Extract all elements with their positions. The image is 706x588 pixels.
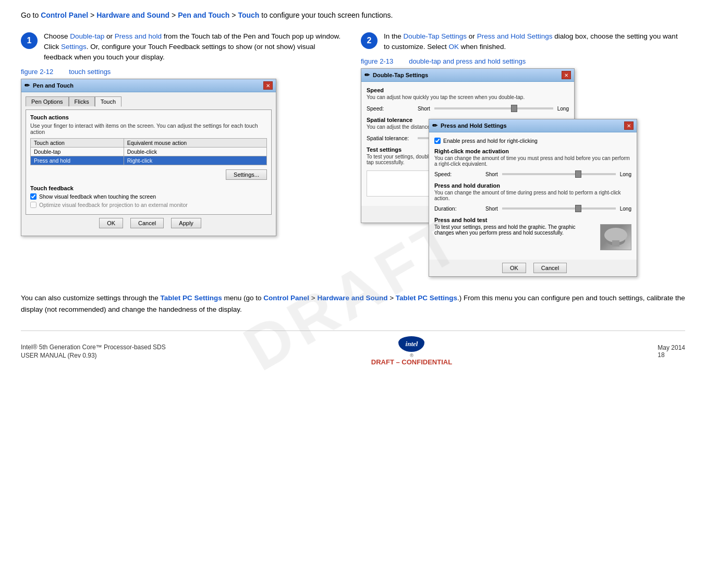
dt-speed-title: Speed xyxy=(367,87,569,93)
breadcrumb-after: to configure your touch screen functions… xyxy=(259,11,393,19)
ph-duration-short: Short xyxy=(485,206,498,212)
pen-touch-ok-button[interactable]: OK xyxy=(99,218,123,228)
ph-ok-button[interactable]: OK xyxy=(502,263,526,273)
footer-draft: DRAFT – CONFIDENTIAL xyxy=(371,358,452,366)
bottom-control-panel-link[interactable]: Control Panel xyxy=(263,294,309,302)
ph-duration-title: Press and hold duration xyxy=(434,182,631,189)
breadcrumb-control-panel[interactable]: Control Panel xyxy=(41,11,88,19)
bottom-tablet-pc-link[interactable]: Tablet PC Settings xyxy=(396,294,457,302)
ph-test-row: To test your settings, press and hold th… xyxy=(434,224,631,250)
fig1-num: figure 2-12 xyxy=(21,68,53,76)
pen-touch-title: Pen and Touch xyxy=(33,82,74,89)
pen-touch-tab-content: Touch actions Use your finger to interac… xyxy=(26,109,272,215)
dt-speed-desc: You can adjust how quickly you tap the s… xyxy=(367,94,569,100)
pen-touch-dialog: ✏ Pen and Touch ✕ Pen Options Flicks Tou… xyxy=(21,79,276,236)
fig2-title: double-tap and press and hold settings xyxy=(409,57,526,65)
checkbox-optimize-feedback[interactable] xyxy=(30,202,36,208)
ph-duration-section: Press and hold duration You can change t… xyxy=(434,182,631,201)
settings-btn-row: Settings... xyxy=(30,169,267,180)
press-hold-ok-cancel: OK Cancel xyxy=(429,260,637,276)
table-header-action: Touch action xyxy=(31,139,124,148)
pen-touch-cancel-button[interactable]: Cancel xyxy=(130,218,164,228)
table-cell: Press and hold xyxy=(31,156,124,165)
ph-speed-thumb[interactable] xyxy=(575,170,581,178)
breadcrumb-pen-touch[interactable]: Pen and Touch xyxy=(178,11,229,19)
ph-test-desc: To test your settings, press and hold th… xyxy=(434,224,595,236)
step2-ok-link[interactable]: OK xyxy=(449,43,459,51)
svg-rect-2 xyxy=(612,240,619,247)
footer: Intel® 5th Generation Core™ Processor-ba… xyxy=(21,330,685,366)
pen-touch-apply-button[interactable]: Apply xyxy=(171,218,201,228)
breadcrumb-touch[interactable]: Touch xyxy=(238,11,259,19)
ph-duration-slider-row: Duration: Short Long xyxy=(434,205,631,212)
ph-duration-track[interactable] xyxy=(502,207,616,210)
ph-speed-label: Speed: xyxy=(434,171,481,177)
table-cell: Double-tap xyxy=(31,148,124,156)
touch-feedback-section: Touch feedback Show visual feedback when… xyxy=(30,185,267,208)
step2-doubletap-link[interactable]: Double-Tap Settings xyxy=(404,32,467,40)
footer-right: May 2014 18 xyxy=(658,344,685,359)
footer-manual: USER MANUAL (Rev 0.93) xyxy=(21,352,166,359)
dt-speed-thumb[interactable] xyxy=(511,105,517,112)
left-column: 1 Choose Double-tap or Press and hold fr… xyxy=(21,31,345,277)
footer-center: intel ® DRAFT – CONFIDENTIAL xyxy=(371,336,452,366)
bottom-text: You can also customize settings through … xyxy=(21,292,685,315)
fig1-title: touch settings xyxy=(69,68,111,76)
double-tap-close-button[interactable]: ✕ xyxy=(562,71,571,79)
settings-button[interactable]: Settings... xyxy=(226,169,267,180)
dt-speed-short: Short xyxy=(418,106,430,112)
touch-actions-label: Touch actions xyxy=(30,114,267,120)
step1-press-hold-link[interactable]: Press and hold xyxy=(115,32,162,40)
press-hold-title: Press and Hold Settings xyxy=(441,123,507,129)
checkbox1-label: Show visual feedback when touching the s… xyxy=(39,193,156,200)
ph-speed-long: Long xyxy=(620,172,631,177)
pen-touch-titlebar: ✏ Pen and Touch ✕ xyxy=(21,79,276,92)
press-hold-close-button[interactable]: ✕ xyxy=(624,121,634,130)
dt-speed-long: Long xyxy=(557,106,569,112)
step1-row: 1 Choose Double-tap or Press and hold fr… xyxy=(21,31,345,63)
dt-speed-label: Speed: xyxy=(367,105,413,112)
pen-touch-ok-cancel: OK Cancel Apply xyxy=(26,215,272,231)
table-row: Double-tap Double-click xyxy=(31,148,267,156)
intel-trademark: ® xyxy=(410,353,413,358)
bottom-tablet-settings-link[interactable]: Tablet PC Settings xyxy=(160,294,222,302)
tab-pen-options[interactable]: Pen Options xyxy=(26,96,69,106)
breadcrumb-before: Go to xyxy=(21,11,41,19)
ph-speed-track[interactable] xyxy=(502,173,616,175)
feedback-label: Touch feedback xyxy=(30,185,267,191)
pen-touch-tabs: Pen Options Flicks Touch xyxy=(26,96,272,106)
ph-test-image[interactable] xyxy=(600,224,631,250)
ph-duration-label: Duration: xyxy=(434,205,481,212)
ph-cancel-button[interactable]: Cancel xyxy=(533,263,567,273)
dt-speed-track[interactable] xyxy=(434,107,553,109)
ph-enable-checkbox-row: Enable press and hold for right-clicking xyxy=(434,138,631,144)
footer-left: Intel® 5th Generation Core™ Processor-ba… xyxy=(21,344,166,359)
tab-touch[interactable]: Touch xyxy=(95,96,121,107)
step2-presshold-link[interactable]: Press and Hold Settings xyxy=(477,32,553,40)
tab-flicks[interactable]: Flicks xyxy=(69,96,95,106)
breadcrumb-hardware-sound[interactable]: Hardware and Sound xyxy=(96,11,169,19)
dt-title-icon: ✏ xyxy=(364,71,370,79)
press-hold-dialog: ✏ Press and Hold Settings ✕ Enable press… xyxy=(429,119,637,277)
bottom-hardware-sound-link[interactable]: Hardware and Sound xyxy=(317,294,387,302)
pen-touch-title-icon: ✏ xyxy=(25,82,30,89)
footer-date: May 2014 xyxy=(658,344,685,351)
step1-double-tap-link[interactable]: Double-tap xyxy=(70,32,104,40)
step1-circle: 1 xyxy=(21,32,38,49)
table-row-highlight: Press and hold Right-click xyxy=(31,156,267,165)
table-cell: Double-click xyxy=(124,148,266,156)
ph-enable-label: Enable press and hold for right-clicking xyxy=(443,138,538,144)
ph-enable-checkbox[interactable] xyxy=(434,138,441,144)
checkbox2-label: Optimize visual feedback for projection … xyxy=(39,202,188,208)
press-hold-body: Enable press and hold for right-clicking… xyxy=(429,132,637,260)
pen-touch-close-button[interactable]: ✕ xyxy=(263,81,273,90)
ph-duration-thumb[interactable] xyxy=(575,205,581,212)
step1-settings-link[interactable]: Settings xyxy=(61,43,87,51)
footer-page: 18 xyxy=(658,351,685,359)
svg-point-1 xyxy=(604,228,627,242)
figure2-label: figure 2-13 double-tap and press and hol… xyxy=(361,57,685,65)
ph-duration-long: Long xyxy=(620,206,631,212)
ph-title-icon: ✏ xyxy=(432,122,437,129)
double-tap-titlebar: ✏ Double-Tap Settings ✕ xyxy=(361,69,574,82)
checkbox-show-feedback[interactable] xyxy=(30,193,36,200)
